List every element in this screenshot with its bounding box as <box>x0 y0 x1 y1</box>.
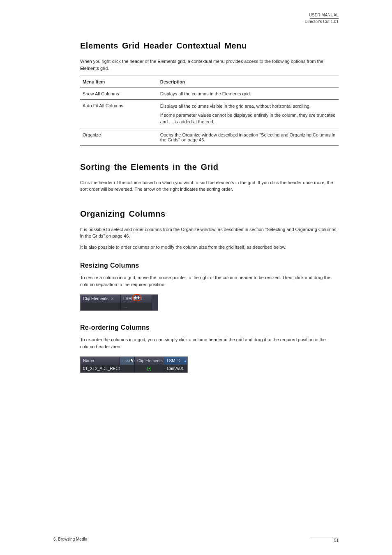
menu-desc-cell: Displays all the columns visible in the … <box>158 100 339 129</box>
contextual-menu-table: Menu Item Description Show All Columns D… <box>80 76 339 146</box>
table-cell-empty <box>81 303 121 310</box>
col-header-clip-elements[interactable]: Clip Elements × <box>81 295 121 303</box>
clip-icon: [•] <box>147 366 151 371</box>
table-cell-lsmid: CamA/01 <box>164 365 187 372</box>
page-footer: 6. Browsing Media 51 <box>53 537 339 543</box>
col-header-label: LSM ID <box>167 358 180 363</box>
screenshot-reorder-columns: Name LSM ID Clip Elements LSM ID ▲ 01_XT… <box>80 356 188 373</box>
resize-handle-highlight <box>132 294 141 301</box>
heading-resizing-columns: Resizing Columns <box>80 262 339 269</box>
reordering-paragraph: To re-order the columns in a grid, you c… <box>80 336 339 350</box>
col-header-label: Clip Elements <box>83 296 108 301</box>
organizing-p2: It is also possible to order columns or … <box>80 244 339 251</box>
table-row: Auto Fit All Columns Displays all the co… <box>80 100 339 129</box>
header-text-bottom: Director's Cut 1.01 <box>305 19 339 24</box>
footer-divider <box>310 537 339 537</box>
menu-desc-cell: Opens the Organize window described in s… <box>158 129 339 146</box>
menu-desc-cell: Displays all the columns in the Elements… <box>158 88 339 100</box>
col-header-label: Clip Elements <box>137 358 163 363</box>
col-header-lsm-id-sorted[interactable]: LSM ID ▲ <box>164 357 187 365</box>
col-header-label: Name <box>83 358 94 363</box>
page-number: 51 <box>310 538 339 543</box>
table-cell-name: 01_XT2_ADL_REC1 <box>81 365 120 372</box>
menu-item-cell: Auto Fit All Columns <box>80 100 158 129</box>
col-header-dragging[interactable]: LSM ID <box>120 357 135 365</box>
table-cell-empty: … <box>121 303 152 310</box>
page-header-right: USER MANUAL Director's Cut 1.01 <box>305 12 339 24</box>
table-header-menu-item: Menu Item <box>80 76 158 88</box>
organizing-p1: It is possible to select and order colum… <box>80 226 339 240</box>
table-header-row: Menu Item Description <box>80 76 339 88</box>
heading-organizing: Organizing Columns <box>80 209 339 219</box>
desc-line: If some parameter values cannot be displ… <box>160 112 336 125</box>
screenshot-resize-columns: Clip Elements × LSM ID × … <box>80 294 158 311</box>
footer-right: 51 <box>310 537 339 543</box>
menu-item-cell: Show All Columns <box>80 88 158 100</box>
heading-reordering-columns: Re-ordering Columns <box>80 324 339 331</box>
heading-sorting: Sorting the Elements in the Grid <box>80 162 339 172</box>
heading-contextual-menu: Elements Grid Header Contextual Menu <box>80 41 339 51</box>
sort-asc-icon: ▲ <box>182 359 187 363</box>
close-icon[interactable]: × <box>109 296 115 301</box>
table-cell-empty <box>120 365 135 372</box>
header-text-top: USER MANUAL <box>305 12 339 18</box>
table-header-description: Description <box>158 76 339 88</box>
col-header-clip-elements[interactable]: Clip Elements <box>135 357 164 365</box>
resize-arrows-icon <box>134 296 140 300</box>
menu-item-cell: Organize <box>80 129 158 146</box>
footer-left: 6. Browsing Media <box>53 537 87 543</box>
table-row: Organize Opens the Organize window descr… <box>80 129 339 146</box>
svg-marker-1 <box>138 296 140 299</box>
table-cell-clip-icon: [•] <box>135 365 164 372</box>
resizing-paragraph: To resize a column in a grid, move the m… <box>80 274 339 288</box>
svg-marker-0 <box>134 296 136 299</box>
intro-paragraph: When you right-click the header of the E… <box>80 58 339 72</box>
desc-line: Displays all the columns visible in the … <box>160 103 336 110</box>
sorting-paragraph: Click the header of the column based on … <box>80 179 339 193</box>
col-header-name[interactable]: Name <box>81 357 120 365</box>
table-row: Show All Columns Displays all the column… <box>80 88 339 100</box>
